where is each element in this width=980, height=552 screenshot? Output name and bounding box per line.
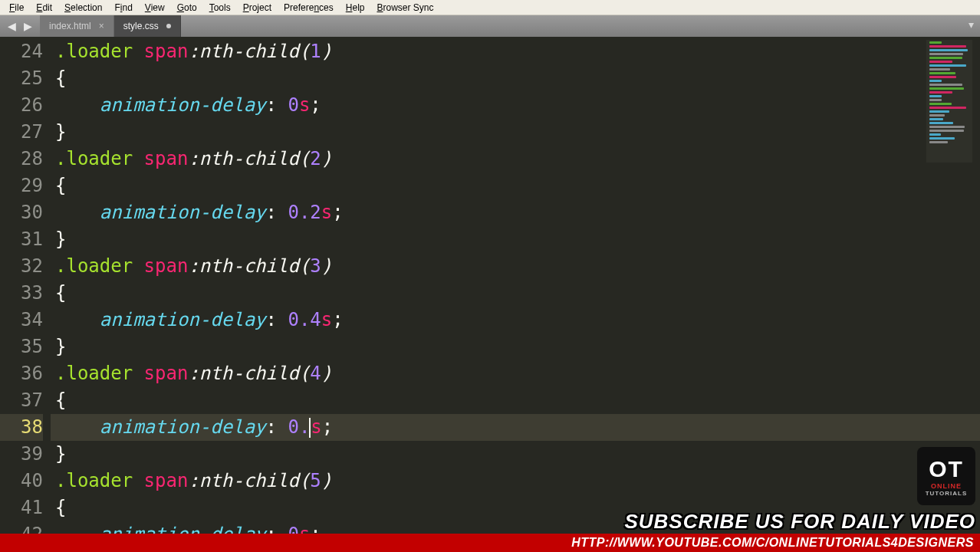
line-number: 29 <box>0 172 43 199</box>
code-line[interactable]: .loader span:nth-child(2) <box>51 146 980 172</box>
tab-style-css[interactable]: style.css <box>114 15 181 37</box>
minimap-row <box>929 61 952 63</box>
minimap-row <box>929 130 964 132</box>
code-line[interactable]: animation-delay: 0.2s; <box>51 199 980 226</box>
line-number: 25 <box>0 65 43 92</box>
minimap-row <box>929 133 941 136</box>
channel-url: HTTP://WWW.YOUTUBE.COM/C/ONLINETUTORIALS… <box>571 536 974 550</box>
video-overlay: OT ONLINE TUTORIALS SUBSCRIBE US FOR DAI… <box>624 447 980 534</box>
line-number: 34 <box>0 307 43 334</box>
menu-find[interactable]: Find <box>108 1 138 15</box>
minimap-row <box>929 137 955 140</box>
line-number: 33 <box>0 280 43 307</box>
code-line[interactable]: { <box>51 387 980 414</box>
minimap-row <box>929 68 950 71</box>
minimap-row <box>929 91 952 94</box>
nav-history: ◀ ▶ <box>0 15 40 37</box>
minimap-row <box>929 118 943 120</box>
menu-browser sync[interactable]: Browser Sync <box>370 1 439 15</box>
menu-project[interactable]: Project <box>237 1 278 15</box>
code-line[interactable]: } <box>51 334 980 360</box>
code-line[interactable]: .loader span:nth-child(1) <box>51 38 980 65</box>
line-number: 41 <box>0 495 43 521</box>
minimap-row <box>929 57 962 59</box>
tab-index-html[interactable]: index.html× <box>40 15 114 37</box>
minimap-row <box>929 72 955 74</box>
channel-logo: OT ONLINE TUTORIALS <box>917 447 975 505</box>
minimap-row <box>929 64 966 67</box>
minimap-row <box>929 41 942 44</box>
minimap-row <box>929 95 942 97</box>
minimap-row <box>929 80 942 82</box>
tab-label: index.html <box>49 21 91 31</box>
minimap-row <box>929 53 963 55</box>
code-line[interactable]: } <box>51 119 980 146</box>
nav-back-icon[interactable]: ◀ <box>5 20 19 32</box>
menu-tools[interactable]: Tools <box>203 1 237 15</box>
code-line[interactable]: animation-delay: 0.s; <box>51 414 980 441</box>
menu-goto[interactable]: Goto <box>171 1 203 15</box>
line-number: 40 <box>0 468 43 495</box>
minimap-row <box>929 49 968 51</box>
minimap-row <box>929 103 952 105</box>
code-line[interactable]: .loader span:nth-child(4) <box>51 360 980 387</box>
minimap-row <box>929 122 953 124</box>
line-number: 30 <box>0 199 43 226</box>
code-line[interactable]: .loader span:nth-child(3) <box>51 253 980 280</box>
minimap-row <box>929 87 964 90</box>
logo-text-mid: ONLINE <box>931 482 962 490</box>
minimap-row <box>929 84 962 86</box>
code-line[interactable]: animation-delay: 0.4s; <box>51 307 980 334</box>
code-line[interactable]: { <box>51 65 980 92</box>
tab-strip: ◀ ▶ index.html×style.css ▾ <box>0 15 980 37</box>
code-line[interactable]: animation-delay: 0s; <box>51 92 980 119</box>
close-icon[interactable]: × <box>99 21 104 31</box>
minimap-row <box>929 76 956 78</box>
menu-selection[interactable]: Selection <box>58 1 108 15</box>
minimap-row <box>929 99 942 101</box>
menu-help[interactable]: Help <box>340 1 371 15</box>
app-menubar: FileEditSelectionFindViewGotoToolsProjec… <box>0 0 980 15</box>
url-banner: HTTP://WWW.YOUTUBE.COM/C/ONLINETUTORIALS… <box>0 534 980 552</box>
minimap-row <box>929 110 949 113</box>
menu-preferences[interactable]: Preferences <box>278 1 340 15</box>
menu-file[interactable]: File <box>3 1 30 15</box>
logo-text-bot: TUTORIALS <box>926 490 968 497</box>
line-number: 27 <box>0 119 43 146</box>
line-number: 36 <box>0 360 43 387</box>
line-number: 37 <box>0 387 43 414</box>
minimap-row <box>929 141 948 143</box>
minimap[interactable] <box>926 40 972 163</box>
line-number: 26 <box>0 92 43 119</box>
minimap-row <box>929 107 966 109</box>
line-number: 28 <box>0 146 43 172</box>
line-number: 32 <box>0 253 43 280</box>
menu-edit[interactable]: Edit <box>30 1 58 15</box>
line-number-gutter: 24252627282930313233343536373839404142 <box>0 37 51 534</box>
line-number: 35 <box>0 334 43 360</box>
menu-view[interactable]: View <box>139 1 171 15</box>
minimap-row <box>929 126 965 128</box>
code-line[interactable]: { <box>51 280 980 307</box>
line-number: 39 <box>0 441 43 468</box>
minimap-row <box>929 114 945 117</box>
tab-label: style.css <box>123 21 159 31</box>
logo-text-top: OT <box>929 456 964 482</box>
subscribe-banner: SUBSCRIBE US FOR DAILY VIDEO <box>624 510 980 534</box>
code-line[interactable]: } <box>51 226 980 253</box>
minimap-row <box>929 45 966 48</box>
nav-forward-icon[interactable]: ▶ <box>21 20 35 32</box>
line-number: 38 <box>0 414 43 441</box>
line-number: 31 <box>0 226 43 253</box>
code-line[interactable]: { <box>51 172 980 199</box>
line-number: 24 <box>0 38 43 65</box>
tab-overflow-icon[interactable]: ▾ <box>968 18 974 31</box>
unsaved-dot-icon <box>166 24 171 28</box>
